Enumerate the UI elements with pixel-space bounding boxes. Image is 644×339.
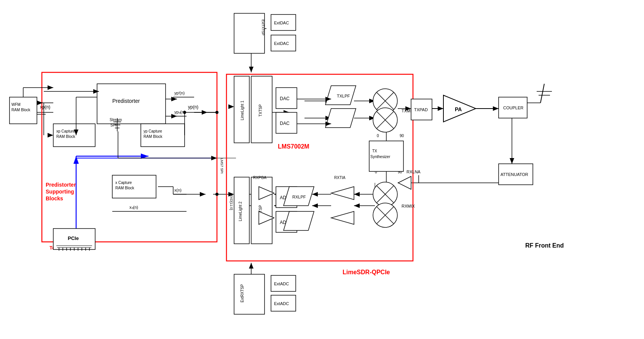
- svg-text:LimeLight 2: LimeLight 2: [238, 201, 242, 221]
- svg-text:PA: PA: [455, 106, 462, 112]
- svg-text:RAM Block: RAM Block: [143, 134, 163, 139]
- svg-text:ExtRXTSP: ExtRXTSP: [240, 284, 244, 302]
- svg-text:TXTSP: TXTSP: [258, 104, 263, 117]
- svg-point-225: [183, 111, 186, 114]
- svg-text:Blocks: Blocks: [46, 195, 63, 201]
- svg-text:COUPLER: COUPLER: [503, 106, 523, 110]
- svg-marker-144: [325, 109, 356, 128]
- svg-text:Predistorter: Predistorter: [112, 98, 140, 104]
- svg-text:ExtTXTSP: ExtTXTSP: [261, 19, 265, 35]
- svg-text:ExtADC: ExtADC: [274, 281, 289, 286]
- svg-rect-190: [234, 274, 265, 314]
- svg-text:xp Capture: xp Capture: [56, 129, 75, 133]
- svg-text:0: 0: [377, 134, 379, 138]
- svg-text:Supporting: Supporting: [46, 189, 74, 195]
- svg-text:RXD[11:0]: RXD[11:0]: [230, 194, 233, 210]
- svg-marker-176: [284, 211, 314, 230]
- svg-point-223: [215, 111, 218, 114]
- svg-text:PCIe: PCIe: [68, 235, 79, 241]
- svg-text:TXPAD: TXPAD: [414, 107, 428, 112]
- svg-text:Stream: Stream: [110, 118, 122, 122]
- svg-rect-0: [0, 0, 644, 339]
- svg-text:TXLPF: TXLPF: [337, 94, 350, 98]
- svg-text:ExtDAC: ExtDAC: [274, 41, 289, 46]
- svg-text:x(n): x(n): [174, 188, 182, 192]
- svg-text:x Capture: x Capture: [115, 181, 132, 185]
- svg-text:DAC: DAC: [280, 96, 290, 101]
- svg-text:RF Front End: RF Front End: [525, 242, 564, 249]
- svg-point-224: [215, 193, 218, 196]
- svg-text:x₀(n): x₀(n): [129, 205, 138, 209]
- svg-text:TX: TX: [372, 149, 377, 153]
- svg-text:RAM Block: RAM Block: [56, 134, 75, 139]
- svg-text:yp Capture: yp Capture: [143, 129, 162, 133]
- svg-text:LimeSDR-QPCIe: LimeSDR-QPCIe: [343, 269, 390, 275]
- svg-text:ATTENUATOR: ATTENUATOR: [501, 172, 528, 177]
- svg-text:WFM: WFM: [11, 102, 21, 107]
- svg-text:Synthesizer: Synthesizer: [370, 155, 391, 159]
- svg-text:90: 90: [400, 134, 404, 138]
- svg-text:DAC: DAC: [280, 121, 290, 126]
- svg-text:RXLNA: RXLNA: [406, 170, 421, 174]
- svg-text:RAM Block: RAM Block: [115, 186, 134, 190]
- svg-text:ypᴵ(n): ypᴵ(n): [174, 91, 185, 95]
- svg-text:RXLPF: RXLPF: [292, 195, 306, 199]
- svg-text:ExtDAC: ExtDAC: [274, 21, 289, 25]
- svg-text:Predistorter: Predistorter: [46, 182, 76, 188]
- diagram-container: xp(n) xpᴵ(n) xp₀(n) ypᴵ(n) yp₀(n) yp(n) …: [0, 0, 644, 339]
- svg-text:yp(n): yp(n): [188, 104, 198, 110]
- svg-text:LMS7 SPI: LMS7 SPI: [220, 158, 224, 174]
- svg-text:RXMIX: RXMIX: [402, 204, 415, 208]
- svg-rect-125: [234, 13, 265, 53]
- svg-text:LimeLight 1: LimeLight 1: [240, 101, 244, 120]
- svg-text:RXPGA: RXPGA: [253, 176, 266, 180]
- svg-text:LMS7002M: LMS7002M: [278, 143, 309, 150]
- svg-text:RAM Block: RAM Block: [11, 108, 30, 112]
- svg-text:RXTIA: RXTIA: [334, 176, 346, 180]
- svg-text:ExtADC: ExtADC: [274, 301, 289, 306]
